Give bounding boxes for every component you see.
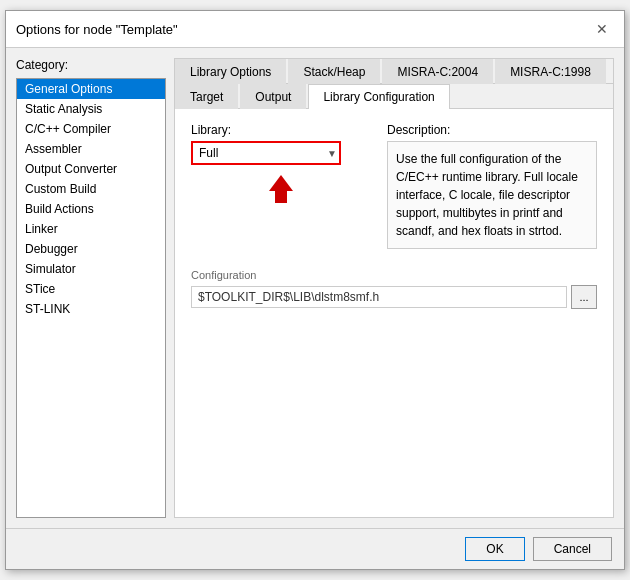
ok-button[interactable]: OK [465, 537, 524, 561]
library-section: Library: FullNormalNone ▼ [191, 123, 371, 203]
category-item-output-converter[interactable]: Output Converter [17, 159, 165, 179]
category-item-build-actions[interactable]: Build Actions [17, 199, 165, 219]
tab-misra-c1998[interactable]: MISRA-C:1998 [495, 59, 606, 84]
options-dialog: Options for node "Template" ✕ Category: … [5, 10, 625, 570]
category-item-stice[interactable]: STice [17, 279, 165, 299]
tab-misra-c2004[interactable]: MISRA-C:2004 [382, 59, 493, 84]
title-bar: Options for node "Template" ✕ [6, 11, 624, 48]
tab-content: Library: FullNormalNone ▼ [175, 109, 613, 517]
configuration-section: Configuration ... [191, 269, 597, 309]
red-arrow-up-icon [269, 175, 293, 191]
category-item-linker[interactable]: Linker [17, 219, 165, 239]
tab-stack-heap[interactable]: Stack/Heap [288, 59, 380, 84]
library-label: Library: [191, 123, 371, 137]
browse-button[interactable]: ... [571, 285, 597, 309]
configuration-input-row: ... [191, 285, 597, 309]
section-row: Library: FullNormalNone ▼ [191, 123, 597, 249]
category-item-custom-build[interactable]: Custom Build [17, 179, 165, 199]
category-item-simulator[interactable]: Simulator [17, 259, 165, 279]
cancel-button[interactable]: Cancel [533, 537, 612, 561]
tabs-row-2: TargetOutputLibrary Configuration [175, 84, 613, 109]
dialog-footer: OK Cancel [6, 528, 624, 569]
tab-library-options[interactable]: Library Options [175, 59, 286, 84]
category-item-debugger[interactable]: Debugger [17, 239, 165, 259]
dialog-title: Options for node "Template" [16, 22, 178, 37]
tab2-output[interactable]: Output [240, 84, 306, 109]
configuration-label: Configuration [191, 269, 597, 281]
arrow-indicator [191, 171, 371, 203]
description-text: Use the full configuration of the C/EC++… [387, 141, 597, 249]
tab2-target[interactable]: Target [175, 84, 238, 109]
content-panel: Library OptionsStack/HeapMISRA-C:2004MIS… [174, 58, 614, 518]
category-label: Category: [16, 58, 166, 72]
category-item-general-options[interactable]: General Options [17, 79, 165, 99]
description-label: Description: [387, 123, 597, 137]
category-panel: Category: General OptionsStatic Analysis… [16, 58, 166, 518]
red-arrow-stem-icon [275, 191, 287, 203]
category-list: General OptionsStatic AnalysisC/C++ Comp… [16, 78, 166, 518]
configuration-input[interactable] [191, 286, 567, 308]
category-item-static-analysis[interactable]: Static Analysis [17, 99, 165, 119]
description-section: Description: Use the full configuration … [387, 123, 597, 249]
category-item-assembler[interactable]: Assembler [17, 139, 165, 159]
category-item-st-link[interactable]: ST-LINK [17, 299, 165, 319]
close-button[interactable]: ✕ [590, 19, 614, 39]
dialog-body: Category: General OptionsStatic Analysis… [6, 48, 624, 528]
library-select-wrapper: FullNormalNone ▼ [191, 141, 341, 165]
tab2-library-configuration[interactable]: Library Configuration [308, 84, 449, 109]
category-item-cc-compiler[interactable]: C/C++ Compiler [17, 119, 165, 139]
library-select[interactable]: FullNormalNone [191, 141, 341, 165]
tabs-row-1: Library OptionsStack/HeapMISRA-C:2004MIS… [175, 59, 613, 84]
